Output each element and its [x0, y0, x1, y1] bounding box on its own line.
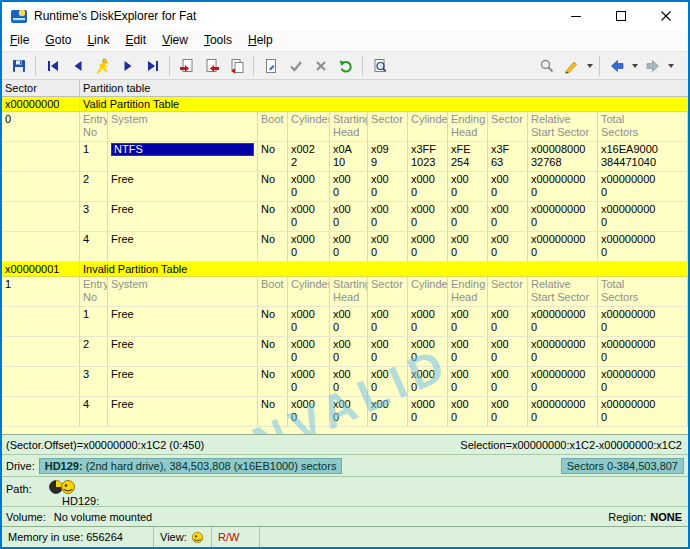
undo-button[interactable] — [333, 54, 358, 78]
cell-end-sector[interactable]: x000 — [488, 367, 528, 396]
cell-end-head[interactable]: xFE254 — [448, 142, 488, 171]
cell-end-sector[interactable]: x3F63 — [488, 142, 528, 171]
partition-row[interactable]: 3FreeNox0000x000x000x0000x000x000x000000… — [2, 202, 688, 232]
marker-button[interactable] — [559, 54, 584, 78]
menu-item-view[interactable]: View — [154, 30, 196, 51]
cell-total-sectors[interactable]: x000000000 — [598, 367, 688, 396]
cell-boot[interactable]: No — [258, 202, 288, 231]
first-sector-button[interactable] — [40, 54, 65, 78]
cell-start-sector[interactable]: x000 — [368, 367, 408, 396]
minimize-button[interactable] — [553, 2, 598, 30]
partition-row[interactable]: 1NTFSNox0022x0A10x099x3FF1023xFE254x3F63… — [2, 142, 688, 172]
cell-start-head[interactable]: x000 — [330, 172, 368, 201]
cell-end-cylinder[interactable]: x0000 — [408, 367, 448, 396]
partition-row[interactable]: 2FreeNox0000x000x000x0000x000x000x000000… — [2, 337, 688, 367]
forward-button[interactable] — [640, 54, 665, 78]
cell-end-head[interactable]: x000 — [448, 397, 488, 426]
edit-sector-button[interactable] — [258, 54, 283, 78]
cell-end-cylinder[interactable]: x3FF1023 — [408, 142, 448, 171]
partition-row[interactable]: 1FreeNox0000x000x000x0000x000x000x000000… — [2, 307, 688, 337]
cell-end-sector[interactable]: x000 — [488, 172, 528, 201]
cell-system[interactable]: Free — [108, 367, 258, 396]
cell-relative-start-sector[interactable]: x000000000 — [528, 367, 598, 396]
section-sector-hex[interactable]: x00000000 — [2, 97, 80, 111]
partition-row[interactable]: 3FreeNox0000x000x000x0000x000x000x000000… — [2, 367, 688, 397]
cell-total-sectors[interactable]: x000000000 — [598, 232, 688, 261]
cell-sector[interactable] — [2, 172, 80, 201]
close-button[interactable] — [643, 2, 688, 30]
cell-entry-no[interactable]: 1 — [80, 142, 108, 171]
cell-end-head[interactable]: x000 — [448, 367, 488, 396]
cell-start-cylinder[interactable]: x0000 — [288, 232, 330, 261]
cell-start-sector[interactable]: x000 — [368, 202, 408, 231]
maximize-button[interactable] — [598, 2, 643, 30]
cell-start-sector[interactable]: x000 — [368, 307, 408, 336]
cell-start-sector[interactable]: x000 — [368, 337, 408, 366]
menu-item-tools[interactable]: Tools — [196, 30, 240, 51]
cell-end-sector[interactable]: x000 — [488, 397, 528, 426]
section-title[interactable]: Invalid Partition Table — [80, 262, 688, 276]
partition-row[interactable]: 4FreeNox0000x000x000x0000x000x000x000000… — [2, 232, 688, 262]
last-sector-button[interactable] — [140, 54, 165, 78]
cell-system[interactable]: Free — [108, 397, 258, 426]
cell-start-head[interactable]: x000 — [330, 202, 368, 231]
cell-end-sector[interactable]: x000 — [488, 307, 528, 336]
cell-end-sector[interactable]: x000 — [488, 232, 528, 261]
cell-system[interactable]: Free — [108, 232, 258, 261]
cell-entry-no[interactable]: 4 — [80, 397, 108, 426]
forward-dropdown[interactable] — [665, 54, 676, 78]
cell-end-cylinder[interactable]: x0000 — [408, 202, 448, 231]
menu-item-goto[interactable]: Goto — [37, 30, 79, 51]
cell-relative-start-sector[interactable]: x000000000 — [528, 202, 598, 231]
cell-entry-no[interactable]: 2 — [80, 172, 108, 201]
cell-entry-no[interactable]: 4 — [80, 232, 108, 261]
cell-start-sector[interactable]: x000 — [368, 232, 408, 261]
cell-start-sector[interactable]: x099 — [368, 142, 408, 171]
cell-relative-start-sector[interactable]: x0000800032768 — [528, 142, 598, 171]
cell-start-head[interactable]: x000 — [330, 367, 368, 396]
preview-button[interactable] — [367, 54, 392, 78]
cell-boot[interactable]: No — [258, 337, 288, 366]
cell-end-head[interactable]: x000 — [448, 307, 488, 336]
cell-sector[interactable] — [2, 367, 80, 396]
cell-start-sector[interactable]: x000 — [368, 397, 408, 426]
cell-start-cylinder[interactable]: x0000 — [288, 172, 330, 201]
cell-sector[interactable] — [2, 397, 80, 426]
find-button[interactable] — [534, 54, 559, 78]
menu-item-help[interactable]: Help — [240, 30, 281, 51]
read-write-mode[interactable]: R/W — [212, 527, 260, 547]
cell-sector[interactable] — [2, 337, 80, 366]
cell-relative-start-sector[interactable]: x000000000 — [528, 172, 598, 201]
marker-dropdown[interactable] — [584, 54, 595, 78]
partition-row[interactable]: 2FreeNox0000x000x000x0000x000x000x000000… — [2, 172, 688, 202]
partition-section-header[interactable]: x00000000Valid Partition Table — [2, 97, 688, 112]
cell-start-cylinder[interactable]: x0000 — [288, 202, 330, 231]
cell-start-head[interactable]: x000 — [330, 337, 368, 366]
cell-total-sectors[interactable]: x000000000 — [598, 307, 688, 336]
cell-relative-start-sector[interactable]: x000000000 — [528, 397, 598, 426]
cell-start-head[interactable]: x000 — [330, 397, 368, 426]
cell-end-sector[interactable]: x000 — [488, 337, 528, 366]
search-run-button[interactable] — [90, 54, 115, 78]
back-dropdown[interactable] — [629, 54, 640, 78]
cell-total-sectors[interactable]: x000000000 — [598, 397, 688, 426]
copy-data-button[interactable] — [224, 54, 249, 78]
copy-text-button[interactable] — [199, 54, 224, 78]
cell-end-cylinder[interactable]: x0000 — [408, 307, 448, 336]
cell-sector[interactable] — [2, 202, 80, 231]
cell-start-sector[interactable]: x000 — [368, 172, 408, 201]
cell-relative-start-sector[interactable]: x000000000 — [528, 337, 598, 366]
cell-start-cylinder[interactable]: x0022 — [288, 142, 330, 171]
selected-system-cell[interactable]: NTFS — [111, 143, 254, 156]
cell-end-cylinder[interactable]: x0000 — [408, 232, 448, 261]
cell-entry-no[interactable]: 3 — [80, 202, 108, 231]
cell-system[interactable]: Free — [108, 172, 258, 201]
cell-end-cylinder[interactable]: x0000 — [408, 337, 448, 366]
sector-table[interactable]: Sector Partition table x00000000Valid Pa… — [2, 80, 688, 434]
cell-boot[interactable]: No — [258, 307, 288, 336]
menu-item-file[interactable]: File — [2, 30, 37, 51]
cell-end-head[interactable]: x000 — [448, 337, 488, 366]
cell-sector[interactable] — [2, 142, 80, 171]
cell-boot[interactable]: No — [258, 142, 288, 171]
cell-relative-start-sector[interactable]: x000000000 — [528, 307, 598, 336]
